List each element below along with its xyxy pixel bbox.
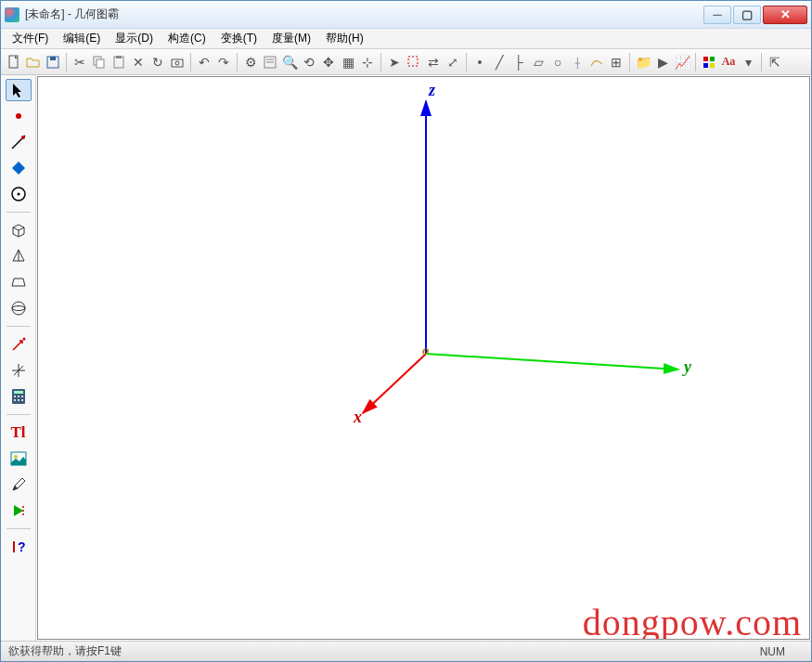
svg-rect-16 — [710, 63, 715, 68]
vector-tool[interactable] — [6, 333, 32, 356]
menu-help[interactable]: 帮助(H) — [318, 29, 371, 48]
point-tool-icon[interactable]: • — [470, 53, 489, 71]
svg-point-19 — [21, 136, 25, 139]
menu-transform[interactable]: 变换(T) — [213, 29, 264, 48]
paste-icon[interactable] — [110, 53, 128, 71]
undo-icon[interactable]: ↶ — [195, 53, 213, 71]
graph-icon[interactable]: 📈 — [673, 53, 691, 71]
prism-tool[interactable] — [6, 271, 32, 293]
svg-rect-6 — [116, 56, 122, 58]
svg-point-17 — [16, 113, 21, 119]
play-tool[interactable] — [6, 500, 32, 522]
palette-separator — [6, 326, 31, 327]
line-tool-icon[interactable]: ╱ — [490, 53, 509, 71]
menu-bar: 文件(F) 编辑(E) 显示(D) 构造(C) 变换(T) 度量(M) 帮助(H… — [1, 29, 811, 49]
menu-construct[interactable]: 构造(C) — [161, 29, 213, 48]
toolbar-separator — [629, 53, 630, 71]
circle-tool[interactable] — [6, 183, 32, 205]
svg-rect-4 — [97, 59, 104, 68]
minimize-button[interactable]: ─ — [703, 6, 731, 24]
palette-separator — [6, 212, 31, 213]
svg-point-22 — [17, 193, 19, 196]
maximize-button[interactable]: ▢ — [733, 6, 761, 24]
tool-palette: Tl ? — [1, 75, 36, 641]
scale-icon[interactable]: ⤢ — [444, 53, 462, 71]
menu-edit[interactable]: 编辑(E) — [56, 29, 108, 48]
top-toolbar: ✂ ✕ ↻ ↶ ↷ ⚙ 🔍 ⟲ ✥ ▦ ⊹ ➤ ⇄ ⤢ • ╱ ├ ▱ ○ ⟊ … — [1, 49, 811, 75]
toolbar-separator — [237, 53, 238, 71]
new-file-icon[interactable] — [5, 53, 23, 71]
trace-icon[interactable] — [587, 53, 606, 71]
origin-label: o — [422, 343, 430, 358]
close-button[interactable]: ✕ — [763, 6, 807, 24]
svg-rect-2 — [50, 57, 56, 60]
toolbar-separator — [761, 53, 762, 71]
gear-icon[interactable]: ⚙ — [241, 53, 260, 71]
menu-view[interactable]: 显示(D) — [108, 29, 161, 48]
y-axis-label: y — [684, 357, 691, 377]
polygon-tool[interactable] — [6, 157, 32, 179]
folder-icon[interactable]: 📁 — [634, 53, 652, 71]
image-tool[interactable] — [6, 448, 32, 470]
cube-tool[interactable] — [6, 219, 32, 241]
redo-icon[interactable]: ↷ — [214, 53, 233, 71]
palette-separator — [6, 528, 31, 529]
grid-icon[interactable]: ▦ — [339, 53, 357, 71]
status-bar: 欲获得帮助，请按F1键 NUM — [1, 641, 811, 661]
export-icon[interactable]: ⇱ — [766, 53, 784, 71]
svg-rect-36 — [21, 399, 23, 401]
move-icon[interactable]: ⇄ — [424, 53, 443, 71]
save-icon[interactable] — [44, 53, 62, 71]
coordinate-system — [38, 77, 808, 640]
svg-rect-31 — [14, 396, 16, 397]
status-numlock: NUM — [760, 645, 804, 658]
svg-point-24 — [12, 306, 25, 311]
point-tool[interactable] — [6, 105, 32, 127]
palette-separator — [6, 414, 31, 415]
animate-icon[interactable]: ▶ — [653, 53, 672, 71]
sphere-tool[interactable] — [6, 297, 32, 319]
segment-icon[interactable]: ├ — [509, 53, 528, 71]
open-file-icon[interactable] — [24, 53, 43, 71]
style-icon[interactable]: ▾ — [739, 53, 757, 71]
color-icon[interactable] — [700, 53, 718, 71]
menu-measure[interactable]: 度量(M) — [264, 29, 318, 48]
measure-icon[interactable]: ⟊ — [568, 53, 586, 71]
pointer-icon[interactable]: ➤ — [385, 53, 404, 71]
svg-rect-30 — [14, 391, 23, 394]
z-axis-label: z — [429, 81, 435, 100]
svg-rect-32 — [18, 396, 19, 397]
svg-point-41 — [22, 513, 24, 515]
select-icon[interactable] — [405, 53, 423, 71]
coords-icon[interactable]: ⊞ — [607, 53, 625, 71]
polygon-icon[interactable]: ▱ — [529, 53, 548, 71]
help-tool[interactable]: ? — [6, 536, 32, 558]
svg-rect-15 — [703, 63, 708, 68]
pan-icon[interactable]: ✥ — [319, 53, 338, 71]
properties-icon[interactable] — [261, 53, 279, 71]
axes-icon[interactable]: ⊹ — [358, 53, 377, 71]
svg-marker-20 — [12, 162, 25, 175]
copy-icon[interactable] — [90, 53, 109, 71]
zoom-icon[interactable]: 🔍 — [280, 53, 299, 71]
camera-icon[interactable] — [168, 53, 187, 71]
arrow-tool[interactable] — [6, 79, 32, 101]
cut-icon[interactable]: ✂ — [71, 53, 89, 71]
font-icon[interactable]: Aa — [719, 53, 738, 71]
refresh-icon[interactable]: ↻ — [148, 53, 167, 71]
text-tool[interactable]: Tl — [6, 422, 32, 444]
status-help-text: 欲获得帮助，请按F1键 — [8, 643, 760, 659]
coordinate-tool[interactable] — [6, 359, 32, 382]
calculator-tool[interactable] — [6, 385, 32, 408]
drawing-canvas[interactable]: o z y x dongpow.com — [37, 76, 810, 640]
pen-tool[interactable] — [6, 474, 32, 496]
svg-point-40 — [22, 510, 24, 512]
tetrahedron-tool[interactable] — [6, 245, 32, 267]
svg-line-46 — [363, 354, 426, 413]
line-tool[interactable] — [6, 131, 32, 153]
rotate-icon[interactable]: ⟲ — [300, 53, 318, 71]
svg-rect-33 — [21, 396, 23, 397]
circle-tool-icon[interactable]: ○ — [548, 53, 567, 71]
delete-icon[interactable]: ✕ — [129, 53, 148, 71]
menu-file[interactable]: 文件(F) — [5, 29, 56, 48]
